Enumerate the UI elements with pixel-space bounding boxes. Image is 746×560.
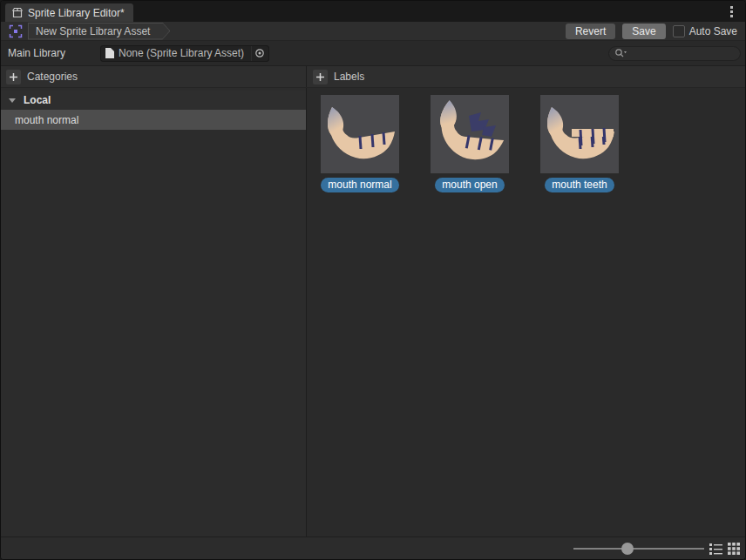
search-icon <box>614 48 627 58</box>
main-library-object-field[interactable]: None (Sprite Library Asset) <box>100 45 269 62</box>
kebab-menu-icon[interactable] <box>724 3 738 19</box>
local-foldout[interactable]: Local <box>1 91 306 110</box>
object-picker-icon[interactable] <box>251 46 267 61</box>
categories-panel: Local mouth normal <box>1 88 307 536</box>
sprite-asset-icon <box>9 24 23 38</box>
add-label-button[interactable] <box>313 70 328 84</box>
category-row-mouth-normal[interactable]: mouth normal <box>1 110 306 130</box>
label-pill[interactable]: mouth normal <box>321 178 398 192</box>
breadcrumb-label: New Sprite Library Asset <box>36 25 150 37</box>
sprite-cell-mouth-normal: mouth normal <box>321 95 399 192</box>
categories-header: Categories <box>27 71 78 83</box>
sprite-library-icon <box>11 7 24 19</box>
sprite-thumbnail-mouth-open[interactable] <box>431 95 509 173</box>
tab-sprite-library-editor[interactable]: Sprite Library Editor* <box>5 3 133 22</box>
auto-save-checkbox[interactable] <box>673 25 685 37</box>
save-button[interactable]: Save <box>622 24 665 39</box>
labels-header: Labels <box>334 71 364 83</box>
main-library-label: Main Library <box>8 47 65 59</box>
category-name: mouth normal <box>15 114 78 126</box>
search-input[interactable] <box>627 47 735 59</box>
local-group-label: Local <box>24 94 51 106</box>
thumbnail-zoom-slider-handle[interactable] <box>621 543 634 555</box>
foldout-triangle-icon <box>9 98 16 103</box>
object-field-value: None (Sprite Library Asset) <box>119 47 251 59</box>
sprite-library-editor-window: Sprite Library Editor* New Sprite Librar… <box>0 0 746 560</box>
labels-panel: mouth normal mouth open <box>307 88 745 536</box>
breadcrumb[interactable]: New Sprite Library Asset <box>28 23 170 40</box>
tab-bar: Sprite Library Editor* <box>1 1 745 22</box>
sprite-thumbnail-mouth-normal[interactable] <box>321 95 399 173</box>
grid-view-icon[interactable] <box>727 542 741 556</box>
panel-headers: Categories Labels <box>1 66 745 88</box>
main-library-row: Main Library None (Sprite Library Asset) <box>1 41 745 66</box>
sprite-thumbnail-mouth-teeth[interactable] <box>540 95 619 173</box>
auto-save-label: Auto Save <box>689 25 737 37</box>
thumbnail-zoom-slider[interactable] <box>573 548 704 550</box>
footer-bar <box>1 536 745 559</box>
document-icon <box>105 48 114 58</box>
toolbar: New Sprite Library Asset Revert Save Aut… <box>1 22 745 41</box>
label-pill[interactable]: mouth open <box>435 178 504 192</box>
search-field[interactable] <box>608 46 741 61</box>
revert-button[interactable]: Revert <box>566 24 615 39</box>
label-pill[interactable]: mouth teeth <box>545 178 614 192</box>
list-view-icon[interactable] <box>709 542 722 556</box>
add-category-button[interactable] <box>6 70 21 84</box>
sprite-cell-mouth-open: mouth open <box>431 95 509 192</box>
tab-title: Sprite Library Editor* <box>28 7 125 19</box>
sprite-cell-mouth-teeth: mouth teeth <box>540 95 619 192</box>
